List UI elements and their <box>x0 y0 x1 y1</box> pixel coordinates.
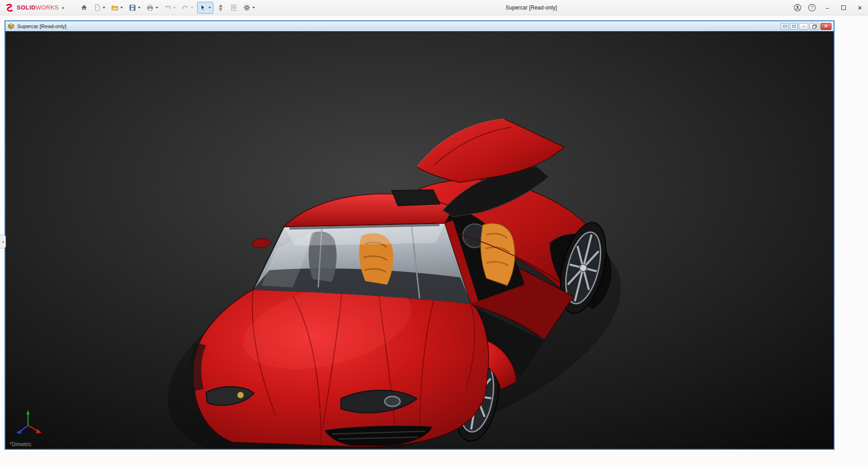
app-titlebar: SOLIDWORKS ▸ <box>0 0 868 15</box>
dassault-logo-icon <box>5 4 15 12</box>
print-button[interactable] <box>144 2 160 14</box>
titlebar-right-controls: ? – ✕ <box>790 0 868 15</box>
float-window-glyph <box>783 25 787 28</box>
new-document-button[interactable] <box>91 2 108 14</box>
solidworks-brand: SOLIDWORKS ▸ <box>0 4 65 12</box>
menu-expand-arrow[interactable]: ▸ <box>62 5 65 10</box>
undo-button[interactable] <box>162 2 178 14</box>
document-titlebar[interactable]: Supercar [Read-only] – ✕ <box>5 21 834 31</box>
open-button[interactable] <box>109 2 125 14</box>
solidworks-app: SOLIDWORKS ▸ <box>0 0 868 467</box>
dropdown-caret[interactable] <box>103 7 105 9</box>
doc-close-button[interactable]: ✕ <box>821 23 831 30</box>
dropdown-caret[interactable] <box>208 7 211 9</box>
account-icon <box>793 4 802 12</box>
select-tool-button[interactable] <box>197 2 213 14</box>
dropdown-caret[interactable] <box>156 7 158 9</box>
dropdown-caret[interactable] <box>173 7 176 9</box>
save-icon <box>129 4 136 11</box>
doc-minimize-button[interactable]: – <box>799 23 808 30</box>
document-window-controls: – ✕ <box>781 23 831 30</box>
rebuild-stoplight-icon <box>217 4 224 11</box>
save-button[interactable] <box>127 2 143 14</box>
help-icon: ? <box>808 4 816 12</box>
open-folder-icon <box>111 4 118 11</box>
home-icon <box>80 4 88 11</box>
redo-button[interactable] <box>179 2 196 14</box>
app-title: Supercar [Read-only] <box>505 0 557 15</box>
viewport-canvas[interactable] <box>5 31 834 449</box>
gear-icon <box>243 4 250 11</box>
select-cursor-icon <box>199 4 207 11</box>
dropdown-caret[interactable] <box>252 7 255 9</box>
tile-window-icon[interactable] <box>790 23 797 29</box>
print-icon <box>146 4 154 11</box>
graphics-viewport[interactable]: *Dimetric <box>5 31 834 449</box>
rebuild-button[interactable] <box>215 2 226 14</box>
quick-access-toolbar <box>78 2 257 14</box>
orientation-triad[interactable] <box>13 409 45 438</box>
doc-restore-button[interactable] <box>810 23 819 30</box>
restore-icon <box>812 24 816 28</box>
undo-icon <box>164 4 171 11</box>
dropdown-caret[interactable] <box>120 7 123 9</box>
dropdown-caret[interactable] <box>191 7 193 9</box>
close-button[interactable]: ✕ <box>852 0 868 15</box>
dropdown-caret[interactable] <box>138 7 141 9</box>
minimize-button[interactable]: – <box>819 0 835 15</box>
float-window-icon[interactable] <box>781 23 788 29</box>
brand-wordmark: SOLIDWORKS <box>17 4 59 11</box>
maximize-icon <box>841 5 846 10</box>
account-button[interactable] <box>790 0 805 15</box>
part-document-icon <box>8 23 14 29</box>
svg-text:?: ? <box>811 5 813 10</box>
document-window: Supercar [Read-only] – ✕ <box>5 20 835 450</box>
view-orientation-label: *Dimetric <box>9 441 32 448</box>
file-properties-icon <box>230 4 237 11</box>
help-button[interactable]: ? <box>805 0 819 15</box>
tile-window-glyph <box>792 25 796 28</box>
file-properties-button[interactable] <box>228 2 240 14</box>
maximize-button[interactable] <box>835 0 852 15</box>
redo-icon <box>182 4 189 11</box>
document-title: Supercar [Read-only] <box>17 24 66 29</box>
home-button[interactable] <box>78 2 90 14</box>
new-document-icon <box>94 4 101 11</box>
options-button[interactable] <box>241 2 257 14</box>
panel-expand-tab[interactable]: ◂ <box>0 235 6 248</box>
driver-seat <box>481 223 515 286</box>
